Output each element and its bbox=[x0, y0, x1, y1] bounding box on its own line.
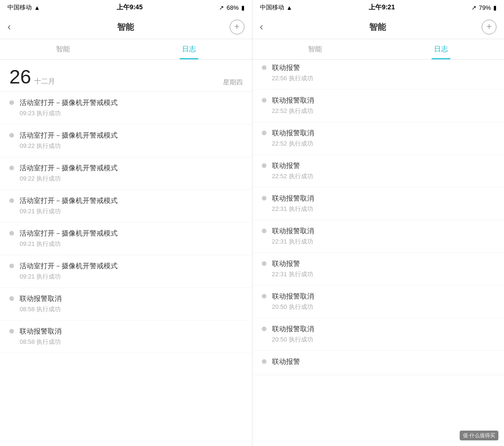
right-log-subtitle-0: 22:52 执行成功 bbox=[272, 107, 495, 115]
right-log-dot-partial bbox=[262, 65, 266, 70]
right-log-title-6: 联动报警取消 bbox=[272, 292, 495, 301]
left-log-list: 活动室打开－摄像机开警戒模式 09:23 执行成功 活动室打开－摄像机开警戒模式… bbox=[0, 92, 252, 353]
right-log-content-partial: 联动报警 22:56 执行成功 bbox=[272, 63, 495, 83]
left-log-dot-1 bbox=[9, 133, 14, 138]
left-date-header: 26 十二月 星期四 bbox=[0, 60, 252, 92]
right-log-title-3: 联动报警取消 bbox=[272, 194, 495, 203]
right-log-item-partial: 联动报警 22:56 执行成功 bbox=[252, 60, 504, 90]
left-log-title-1: 活动室打开－摄像机开警戒模式 bbox=[20, 131, 243, 140]
left-carrier: 中国移动 bbox=[7, 3, 32, 12]
left-back-button[interactable]: ‹ bbox=[7, 21, 21, 33]
left-log-content-4: 活动室打开－摄像机开警戒模式 09:21 执行成功 bbox=[20, 229, 243, 248]
right-log-content-2: 联动报警 22:52 执行成功 bbox=[272, 161, 495, 181]
left-log-content-0: 活动室打开－摄像机开警戒模式 09:23 执行成功 bbox=[20, 98, 243, 118]
left-log-item-7: 联动报警取消 08:58 执行成功 bbox=[0, 321, 252, 353]
right-log-item-3: 联动报警取消 22:31 执行成功 bbox=[252, 188, 504, 220]
left-wifi-icon: ▲ bbox=[34, 4, 40, 11]
right-log-dot-1 bbox=[262, 131, 266, 135]
right-log-content-7: 联动报警取消 20:50 执行成功 bbox=[272, 325, 495, 344]
left-add-button[interactable]: + bbox=[230, 20, 245, 35]
right-log-item-7: 联动报警取消 20:50 执行成功 bbox=[252, 318, 504, 351]
right-log-title-7: 联动报警取消 bbox=[272, 325, 495, 334]
right-log-title-5: 联动报警 bbox=[272, 259, 495, 268]
left-log-title-6: 联动报警取消 bbox=[20, 294, 243, 303]
right-log-item-8: 联动报警 bbox=[252, 351, 504, 375]
left-log-item-5: 活动室打开－摄像机开警戒模式 09:21 执行成功 bbox=[0, 255, 252, 288]
right-log-item-0: 联动报警取消 22:52 执行成功 bbox=[252, 90, 504, 122]
left-log-item-4: 活动室打开－摄像机开警戒模式 09:21 执行成功 bbox=[0, 223, 252, 255]
left-log-subtitle-1: 09:22 执行成功 bbox=[20, 142, 243, 150]
right-log-dot-6 bbox=[262, 294, 266, 299]
left-log-content-5: 活动室打开－摄像机开警戒模式 09:21 执行成功 bbox=[20, 262, 243, 281]
left-date-month: 十二月 bbox=[34, 77, 55, 86]
right-location-icon: ↗ bbox=[471, 4, 476, 11]
left-log-dot-5 bbox=[9, 264, 14, 268]
left-status-time: 上午9:45 bbox=[117, 3, 143, 12]
right-log-content-3: 联动报警取消 22:31 执行成功 bbox=[272, 194, 495, 213]
right-log-content-1: 联动报警取消 22:52 执行成功 bbox=[272, 129, 495, 148]
left-log-subtitle-0: 09:23 执行成功 bbox=[20, 109, 243, 118]
left-battery-icon: ▮ bbox=[241, 4, 245, 11]
left-log-item-1: 活动室打开－摄像机开警戒模式 09:22 执行成功 bbox=[0, 125, 252, 157]
left-log-content-2: 活动室打开－摄像机开警戒模式 09:22 执行成功 bbox=[20, 164, 243, 183]
right-status-time: 上午9:21 bbox=[369, 3, 395, 12]
right-log-item-2: 联动报警 22:52 执行成功 bbox=[252, 155, 504, 188]
right-log-dot-8 bbox=[262, 359, 266, 364]
right-log-dot-0 bbox=[262, 98, 266, 103]
right-carrier: 中国移动 bbox=[260, 3, 284, 12]
right-log-subtitle-1: 22:52 执行成功 bbox=[272, 139, 495, 148]
left-log-content-3: 活动室打开－摄像机开警戒模式 09:21 执行成功 bbox=[20, 196, 243, 216]
left-log-dot-2 bbox=[9, 166, 14, 170]
right-wifi-icon: ▲ bbox=[287, 4, 293, 11]
right-log-subtitle-partial: 22:56 执行成功 bbox=[272, 74, 495, 83]
left-log-subtitle-7: 08:58 执行成功 bbox=[20, 338, 243, 346]
right-back-button[interactable]: ‹ bbox=[260, 21, 274, 33]
right-status-left: 中国移动 ▲ bbox=[260, 3, 293, 12]
left-location-icon: ↗ bbox=[219, 4, 224, 11]
right-log-dot-7 bbox=[262, 327, 266, 331]
right-log-title-2: 联动报警 bbox=[272, 161, 495, 170]
right-log-title-0: 联动报警取消 bbox=[272, 96, 495, 105]
right-log-title-partial: 联动报警 bbox=[272, 63, 495, 72]
left-log-title-4: 活动室打开－摄像机开警戒模式 bbox=[20, 229, 243, 238]
right-tab-smart[interactable]: 智能 bbox=[252, 39, 378, 59]
left-date-weekday: 星期四 bbox=[223, 78, 243, 87]
left-content: 26 十二月 星期四 活动室打开－摄像机开警戒模式 09:23 执行成功 活动室… bbox=[0, 60, 252, 446]
left-log-item-6: 联动报警取消 08:58 执行成功 bbox=[0, 288, 252, 321]
left-log-subtitle-2: 09:22 执行成功 bbox=[20, 174, 243, 183]
right-log-dot-5 bbox=[262, 261, 266, 266]
left-status-left: 中国移动 ▲ bbox=[7, 3, 40, 12]
right-log-dot-2 bbox=[262, 163, 266, 168]
right-nav-title: 智能 bbox=[369, 21, 386, 33]
left-log-dot-3 bbox=[9, 198, 14, 203]
right-log-dot-3 bbox=[262, 196, 266, 201]
left-tab-log[interactable]: 日志 bbox=[126, 39, 252, 59]
right-log-content-5: 联动报警 22:31 执行成功 bbox=[272, 259, 495, 279]
right-log-subtitle-5: 22:31 执行成功 bbox=[272, 270, 495, 279]
right-log-content-4: 联动报警取消 22:31 执行成功 bbox=[272, 227, 495, 246]
left-nav-title: 智能 bbox=[117, 21, 134, 33]
left-status-right: ↗ 68% ▮ bbox=[219, 4, 244, 11]
right-log-content-0: 联动报警取消 22:52 执行成功 bbox=[272, 96, 495, 115]
right-status-bar: 中国移动 ▲ 上午9:21 ↗ 79% ▮ bbox=[252, 0, 504, 15]
right-log-subtitle-2: 22:52 执行成功 bbox=[272, 172, 495, 181]
right-tab-log[interactable]: 日志 bbox=[378, 39, 504, 59]
right-log-subtitle-4: 22:31 执行成功 bbox=[272, 237, 495, 246]
right-content: 联动报警 22:56 执行成功 联动报警取消 22:52 执行成功 联动报警取消… bbox=[252, 60, 504, 446]
right-log-title-1: 联动报警取消 bbox=[272, 129, 495, 138]
left-status-bar: 中国移动 ▲ 上午9:45 ↗ 68% ▮ bbox=[0, 0, 252, 15]
left-log-item-2: 活动室打开－摄像机开警戒模式 09:22 执行成功 bbox=[0, 157, 252, 190]
right-battery-percent: 79% bbox=[479, 4, 491, 11]
right-log-item-5: 联动报警 22:31 执行成功 bbox=[252, 253, 504, 286]
left-log-dot-6 bbox=[9, 296, 14, 301]
left-log-item-3: 活动室打开－摄像机开警戒模式 09:21 执行成功 bbox=[0, 190, 252, 223]
left-tab-smart[interactable]: 智能 bbox=[0, 39, 126, 59]
left-log-content-7: 联动报警取消 08:58 执行成功 bbox=[20, 327, 243, 346]
right-status-right: ↗ 79% ▮ bbox=[471, 4, 497, 11]
left-log-subtitle-6: 08:58 执行成功 bbox=[20, 305, 243, 314]
left-log-subtitle-5: 09:21 执行成功 bbox=[20, 272, 243, 281]
right-add-button[interactable]: + bbox=[482, 20, 497, 35]
left-log-item-0: 活动室打开－摄像机开警戒模式 09:23 执行成功 bbox=[0, 92, 252, 125]
right-log-subtitle-3: 22:31 执行成功 bbox=[272, 205, 495, 213]
left-log-subtitle-4: 09:21 执行成功 bbox=[20, 240, 243, 248]
